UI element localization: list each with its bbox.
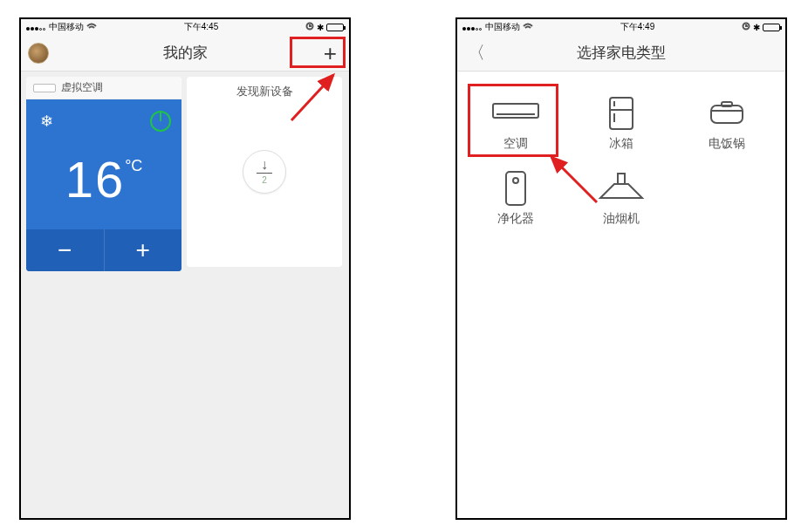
discover-card[interactable]: 发现新设备 ↓ 2	[187, 77, 342, 267]
svg-rect-5	[610, 98, 633, 129]
temperature-display: 16°C	[26, 134, 181, 229]
carrier-label: 中国移动	[485, 21, 520, 33]
snowflake-icon: ❄	[37, 112, 56, 131]
device-name-label: 虚拟空调	[61, 80, 103, 95]
svg-rect-10	[722, 102, 732, 106]
wifi-icon	[523, 23, 533, 32]
bluetooth-icon: ✱	[317, 23, 324, 32]
device-card-ac[interactable]: 虚拟空调 ❄ 16°C − +	[26, 77, 181, 271]
alarm-icon	[305, 22, 314, 32]
tile-label: 冰箱	[609, 136, 633, 152]
tile-air-conditioner[interactable]: 空调	[466, 89, 565, 157]
download-underline-icon	[257, 173, 272, 174]
temperature-unit: °C	[125, 157, 142, 174]
rice-cooker-icon	[702, 96, 751, 131]
tile-label: 电饭锅	[709, 136, 745, 152]
tile-label: 空调	[503, 136, 528, 152]
back-button[interactable]: 〈	[464, 41, 489, 65]
temperature-value: 16	[65, 151, 126, 208]
status-bar: 中国移动 下午4:45 ✱	[21, 19, 349, 35]
signal-dots-icon	[26, 23, 46, 32]
phone-home: 中国移动 下午4:45 ✱ 我的家 + 虚拟空调	[19, 17, 351, 520]
discover-title: 发现新设备	[236, 77, 293, 106]
svg-rect-11	[506, 172, 525, 205]
download-arrow-icon: ↓	[261, 159, 268, 171]
phone-select-type: 中国移动 下午4:49 ✱ 〈 选择家电类型 空调	[455, 17, 787, 520]
signal-dots-icon	[462, 23, 483, 32]
appliance-grid: 空调 冰箱 电饭锅 净化器 油烟机	[457, 72, 785, 518]
ac-unit-icon	[33, 84, 56, 92]
range-hood-icon	[597, 171, 646, 206]
discover-count: 2	[262, 175, 267, 185]
temp-decrease-button[interactable]: −	[26, 229, 104, 271]
temp-increase-button[interactable]: +	[104, 229, 182, 271]
page-title: 选择家电类型	[577, 43, 666, 63]
nav-bar: 我的家 +	[21, 35, 349, 72]
fridge-icon	[597, 96, 646, 131]
download-button[interactable]: ↓ 2	[243, 150, 286, 194]
power-icon[interactable]	[150, 111, 171, 132]
tile-label: 油烟机	[603, 211, 640, 227]
battery-icon	[763, 24, 780, 31]
tile-label: 净化器	[497, 211, 534, 227]
svg-rect-9	[711, 106, 743, 123]
tile-range-hood[interactable]: 油烟机	[572, 164, 670, 232]
page-title: 我的家	[163, 43, 208, 63]
bluetooth-icon: ✱	[753, 23, 760, 32]
tile-fridge[interactable]: 冰箱	[572, 89, 670, 157]
device-card-body: ❄ 16°C − +	[26, 99, 181, 271]
tile-rice-cooker[interactable]: 电饭锅	[678, 89, 777, 157]
carrier-label: 中国移动	[49, 21, 84, 33]
wifi-icon	[86, 23, 97, 32]
svg-point-12	[513, 178, 518, 183]
status-bar: 中国移动 下午4:49 ✱	[457, 19, 785, 35]
device-card-header: 虚拟空调	[26, 77, 181, 99]
add-device-button[interactable]: +	[318, 42, 342, 65]
avatar[interactable]	[28, 43, 49, 64]
alarm-icon	[742, 22, 750, 32]
nav-bar: 〈 选择家电类型	[457, 35, 785, 72]
purifier-icon	[491, 171, 540, 206]
clock-label: 下午4:49	[620, 21, 654, 33]
battery-icon	[326, 24, 344, 31]
tile-purifier[interactable]: 净化器	[466, 164, 565, 232]
clock-label: 下午4:45	[184, 21, 218, 33]
home-content: 虚拟空调 ❄ 16°C − + 发现新设备 ↓	[21, 72, 349, 276]
svg-rect-3	[493, 104, 538, 118]
air-conditioner-icon	[491, 96, 540, 131]
